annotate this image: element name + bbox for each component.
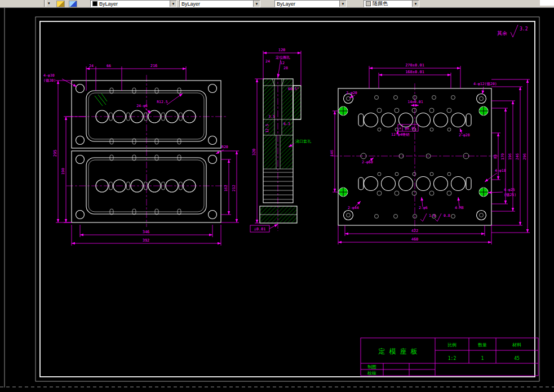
dim-14: 14±0.01 — [407, 100, 423, 104]
dim-216: 216 — [150, 64, 158, 68]
dim-212: 212 — [232, 185, 236, 191]
dim-66: 66 — [107, 64, 111, 68]
radius-note-r20: R20 — [221, 145, 228, 149]
toolbar-separator — [44, 0, 46, 7]
dim-168: 168±0.01 — [405, 70, 424, 74]
dim-270: 270±0.01 — [405, 63, 424, 68]
note-sprue-bushing: 浇口套孔 — [295, 139, 312, 144]
plotstyle-control-value: 随颜色 — [371, 0, 412, 7]
sheet-frame — [0, 8, 554, 387]
properties-tool-icon[interactable] — [69, 1, 77, 7]
note-2d60: 2-φ60 — [362, 160, 373, 164]
dim-sv-28: 28 — [283, 66, 288, 70]
hole-note-430b: (锪30) — [43, 78, 56, 83]
dim-3p5: 3.5 — [268, 114, 275, 119]
note-2d28: 2-φ28 — [459, 133, 470, 137]
drawing-canvas[interactable]: 其余 3.2 — [0, 0, 554, 392]
hole-note-430: 4-φ30 — [43, 73, 55, 78]
dim-sv-12: 12 — [280, 61, 285, 65]
note-4d12: 4-φ12(锪20) — [473, 82, 497, 86]
rough-12p5: 12.5 — [265, 124, 269, 133]
dim-320: 320 — [252, 149, 256, 156]
dim-sv-24: 24 — [265, 59, 270, 64]
scale-header: 比例 — [447, 342, 457, 348]
color-control-value: ByLayer — [97, 1, 170, 7]
dim-196: 196 — [508, 153, 512, 160]
note-2d6: 2-φ6 — [419, 206, 428, 210]
datum-target-icons — [339, 106, 488, 197]
hatch-detail — [95, 93, 107, 106]
dim-422: 422 — [411, 229, 419, 233]
dim-83: 83 — [493, 154, 498, 159]
scale-value: 1:2 — [448, 356, 457, 361]
roughness-check-icon-3 — [435, 213, 441, 221]
perpendicularity-tol: ⊥0.01 — [254, 227, 265, 231]
plotstyle-swatch — [366, 1, 371, 6]
material-header: 材料 — [512, 342, 521, 348]
linetype-control[interactable]: ByLayer ▼ — [179, 0, 260, 7]
layer-tool-icon[interactable] — [56, 1, 65, 7]
dim-190: 190 — [61, 168, 65, 175]
note-2d20: 2-φ20 — [346, 91, 357, 95]
plotstyle-dropdown-icon[interactable]: ▼ — [412, 1, 419, 7]
dim-392: 392 — [143, 238, 150, 243]
position-tol: φ0.05 — [405, 126, 416, 131]
dim-346: 346 — [143, 230, 150, 234]
dim-170: 170 — [500, 153, 505, 160]
properties-toolbar: ▾ ByLayer ▼ ByLayer ▼ ByLayer ▼ 随颜色 ▼ — [0, 0, 554, 8]
color-control[interactable]: ByLayer ▼ — [90, 0, 177, 7]
plotstyle-control[interactable]: 随颜色 ▼ — [364, 0, 419, 7]
dim-295: 295 — [53, 150, 57, 157]
part-name: 定 模 座 板 — [378, 348, 418, 355]
checked-by-label: 校核 — [367, 371, 376, 376]
radius-note-r125: R12.5 — [157, 100, 168, 104]
rough-1p6: 1.6 — [429, 213, 436, 218]
linetype-control-value: ByLayer — [180, 1, 253, 7]
lineweight-control[interactable]: ByLayer ▼ — [274, 0, 347, 7]
window-corner — [540, 0, 554, 6]
material-value: 45 — [514, 356, 520, 361]
dim-120: 120 — [278, 48, 286, 52]
qty-header: 数量 — [478, 342, 487, 348]
roughness-check-icon — [511, 25, 518, 37]
roughness-value: 3.2 — [520, 26, 528, 32]
right-view: 270±0.01 168±0.01 14±0.01 2-φ20 4-φ12(锪2… — [330, 63, 530, 244]
title-block: 定 模 座 板 比例 数量 材料 1:2 1 45 制图 校核 — [361, 338, 538, 376]
dim-246: 246 — [515, 153, 520, 160]
dim-162: 162 — [224, 185, 228, 191]
color-dropdown-icon[interactable]: ▼ — [170, 1, 176, 7]
rough-6p3: 6.3 — [283, 122, 290, 126]
section-view: 120 24 12 28 定位圈孔 320 3.5 60.5° 12.5 6.3… — [250, 48, 312, 232]
dim-296: 296 — [522, 153, 527, 160]
position-symbol: ⌖ — [399, 126, 401, 131]
left-view: 24 66 216 4-φ30 (锪30) 24-φ6 R12.5 295 19… — [43, 64, 239, 246]
qty-value: 1 — [481, 356, 484, 361]
current-color-swatch — [92, 1, 97, 6]
lineweight-dropdown-icon[interactable]: ▼ — [339, 1, 346, 7]
dim-460: 460 — [411, 237, 419, 242]
note-locating-ring: 定位圈孔 — [276, 55, 290, 60]
linetype-dropdown-icon[interactable]: ▼ — [253, 1, 260, 7]
dim-146: 146 — [330, 150, 334, 157]
note-2d44: 2-φ44 — [348, 206, 359, 210]
flyout-arrow-icon[interactable]: ▾ — [48, 0, 50, 7]
rough-0p8: 0.8 — [444, 213, 450, 218]
dim-24: 24 — [89, 64, 94, 68]
angle-60p5: 60.5° — [288, 87, 299, 91]
note-4d18: 4-φ18 — [495, 168, 506, 173]
hole-note-24d6: 24-φ6 — [136, 104, 148, 108]
surface-finish-note: 其余 3.2 — [497, 25, 528, 37]
drawn-by-label: 制图 — [367, 364, 376, 369]
lineweight-control-value: ByLayer — [275, 1, 339, 7]
note-dowel-pins: 12-φ4锥销 — [391, 132, 410, 137]
surplus-label: 其余 — [497, 30, 507, 36]
roughness-check-icon-2 — [420, 213, 427, 221]
